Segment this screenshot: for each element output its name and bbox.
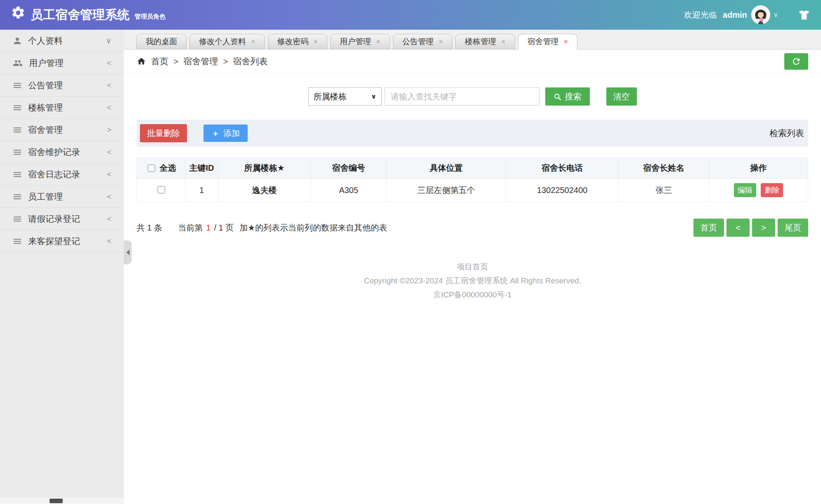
footer-copyright: Copyright ©2023-2024 员工宿舍管理系统 All Rights… xyxy=(137,274,808,288)
tab-label: 公告管理 xyxy=(402,36,434,47)
add-button-label: 添加 xyxy=(223,128,240,139)
sidebar-scrollbar-thumb[interactable] xyxy=(50,499,63,503)
table-header-row: 全选 主键ID 所属楼栋★ 宿舍编号 具体位置 宿舍长电话 宿舍长姓名 操作 xyxy=(137,158,808,179)
pagination-info: 共 1 条 当前第 1 / 1 页 加★的列表示当前列的数据来自其他的表 xyxy=(137,222,387,233)
sidebar-item-label: 用户管理 xyxy=(29,57,64,69)
table-row: 1 逸夫楼 A305 三层左侧第五个 13022502400 张三 编辑 删除 xyxy=(137,179,808,202)
chevron-left-icon: < xyxy=(107,237,111,246)
brand: 员工宿舍管理系统 管理员角色 xyxy=(11,5,166,24)
tab-my-desktop[interactable]: 我的桌面 xyxy=(136,34,187,49)
sidebar-item-users[interactable]: 用户管理 < xyxy=(0,52,124,74)
list-icon xyxy=(12,147,22,157)
close-icon[interactable]: × xyxy=(376,38,381,45)
select-value: 所属楼栋 xyxy=(314,91,347,102)
sidebar-item-buildings[interactable]: 楼栋管理 < xyxy=(0,97,124,119)
user-dropdown-caret-icon[interactable]: ∨ xyxy=(774,11,778,19)
header-building: 所属楼栋★ xyxy=(218,158,311,179)
chevron-left-icon: < xyxy=(107,81,111,90)
avatar[interactable] xyxy=(751,5,770,24)
batch-delete-button[interactable]: 批量删除 xyxy=(140,124,187,142)
search-button-label: 搜索 xyxy=(565,91,582,102)
close-icon[interactable]: × xyxy=(314,38,318,45)
row-checkbox[interactable] xyxy=(158,186,165,193)
pagination-buttons: 首页 < > 尾页 xyxy=(693,219,808,237)
cell-room-number: A305 xyxy=(311,179,387,202)
tab-dorm-management[interactable]: 宿舍管理 × xyxy=(518,34,578,49)
close-icon[interactable]: × xyxy=(501,38,506,45)
sidebar-item-profile[interactable]: 个人资料 ∨ xyxy=(0,30,124,52)
breadcrumb-bar: 首页 > 宿舍管理 > 宿舍列表 xyxy=(124,49,821,73)
tab-change-password[interactable]: 修改密码 × xyxy=(268,34,328,49)
collapse-arrow-icon xyxy=(126,250,130,255)
theme-tshirt-icon[interactable] xyxy=(798,9,810,21)
sidebar: 个人资料 ∨ 用户管理 < 公告管理 < 楼栋 xyxy=(0,30,124,504)
breadcrumb-dorm-list: 宿舍列表 xyxy=(233,56,268,67)
select-all-checkbox[interactable] xyxy=(148,165,155,172)
sidebar-item-dorm-maintenance[interactable]: 宿舍维护记录 < xyxy=(0,141,124,163)
list-icon xyxy=(12,170,22,179)
search-input[interactable] xyxy=(385,87,540,106)
sidebar-item-dorms[interactable]: 宿舍管理 > xyxy=(0,119,124,141)
close-icon[interactable]: × xyxy=(439,38,443,45)
plus-icon: ＋ xyxy=(211,128,220,139)
gear-icon xyxy=(11,5,26,20)
sidebar-item-label: 请假记录登记 xyxy=(28,213,80,225)
footer-icp: 京ICP备00000000号-1 xyxy=(137,288,808,302)
sidebar-item-dorm-logs[interactable]: 宿舍日志记录 < xyxy=(0,163,124,186)
close-icon[interactable]: × xyxy=(251,38,256,45)
username[interactable]: admin xyxy=(723,10,747,20)
cell-leader-name: 张三 xyxy=(619,179,709,202)
first-page-button[interactable]: 首页 xyxy=(693,219,724,237)
actions-row: 批量删除 ＋ 添加 检索列表 xyxy=(137,120,808,147)
last-page-button[interactable]: 尾页 xyxy=(778,219,808,237)
person-icon xyxy=(12,36,22,46)
sidebar-collapse-handle[interactable] xyxy=(124,240,132,264)
header-id: 主键ID xyxy=(185,158,218,179)
breadcrumb-home[interactable]: 首页 xyxy=(151,56,168,67)
welcome-text: 欢迎光临 xyxy=(684,9,717,21)
close-icon[interactable]: × xyxy=(564,38,568,45)
tab-label: 我的桌面 xyxy=(146,36,177,47)
sidebar-item-label: 宿舍日志记录 xyxy=(28,169,80,180)
sidebar-scrollbar xyxy=(0,498,124,504)
dorm-table: 全选 主键ID 所属楼栋★ 宿舍编号 具体位置 宿舍长电话 宿舍长姓名 操作 xyxy=(137,158,808,202)
cell-location: 三层左侧第五个 xyxy=(387,179,506,202)
clear-button[interactable]: 清空 xyxy=(606,87,637,106)
refresh-button[interactable] xyxy=(784,53,808,70)
search-row: 所属楼栋 ∨ 搜索 清空 xyxy=(137,87,808,106)
next-page-button[interactable]: > xyxy=(752,219,775,237)
tab-building-management[interactable]: 楼栋管理 × xyxy=(455,34,515,49)
sidebar-item-announcements[interactable]: 公告管理 < xyxy=(0,74,124,97)
header-actions: 操作 xyxy=(709,158,808,179)
sidebar-item-label: 来客探望登记 xyxy=(28,236,80,247)
sidebar-item-visitor-records[interactable]: 来客探望登记 < xyxy=(0,230,124,252)
delete-button[interactable]: 删除 xyxy=(761,183,783,197)
chevron-left-icon: < xyxy=(107,170,111,179)
tab-user-management[interactable]: 用户管理 × xyxy=(330,34,390,49)
breadcrumb-separator: > xyxy=(173,57,178,66)
add-button[interactable]: ＋ 添加 xyxy=(203,125,248,142)
sidebar-item-leave-records[interactable]: 请假记录登记 < xyxy=(0,208,124,230)
search-button[interactable]: 搜索 xyxy=(545,87,590,106)
sidebar-item-employees[interactable]: 员工管理 < xyxy=(0,186,124,208)
sidebar-item-label: 楼栋管理 xyxy=(28,102,63,113)
prev-page-button[interactable]: < xyxy=(726,219,750,237)
tab-label: 用户管理 xyxy=(340,36,371,47)
header-right: 欢迎光临 admin ∨ xyxy=(684,5,810,24)
breadcrumb: 首页 > 宿舍管理 > 宿舍列表 xyxy=(137,56,268,67)
building-filter-select[interactable]: 所属楼栋 ∨ xyxy=(308,87,382,106)
footer-home-link[interactable]: 项目首页 xyxy=(137,260,808,274)
tab-label: 修改密码 xyxy=(277,36,309,47)
app-root: 员工宿舍管理系统 管理员角色 欢迎光临 admin ∨ xyxy=(0,0,821,504)
list-icon xyxy=(12,236,22,246)
breadcrumb-separator: > xyxy=(223,57,228,66)
list-title: 检索列表 xyxy=(769,127,805,139)
edit-button[interactable]: 编辑 xyxy=(734,183,756,197)
sidebar-item-label: 员工管理 xyxy=(28,191,63,203)
people-icon xyxy=(12,58,23,68)
tab-announcement-management[interactable]: 公告管理 × xyxy=(393,34,453,49)
chevron-right-icon: > xyxy=(107,125,111,134)
breadcrumb-dorm-management[interactable]: 宿舍管理 xyxy=(183,56,218,67)
tab-edit-profile[interactable]: 修改个人资料 × xyxy=(189,34,265,49)
sidebar-item-label: 个人资料 xyxy=(28,35,63,47)
